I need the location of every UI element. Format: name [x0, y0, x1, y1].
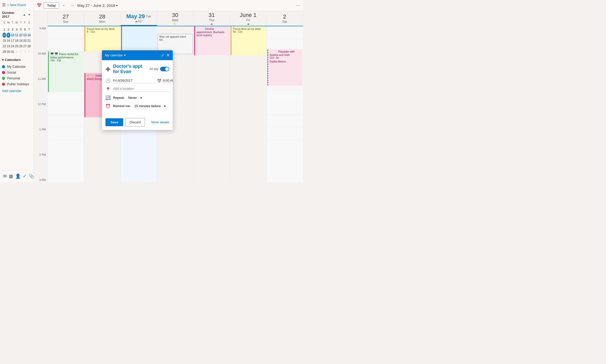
cal-day[interactable]: 10: [11, 33, 14, 38]
cal-day[interactable]: 2: [7, 27, 10, 32]
repeat-chevron-icon[interactable]: ▾: [140, 96, 142, 100]
day-column-sun[interactable]: 🎹 🎹 Piano recital for friday performance…: [48, 26, 84, 182]
time-12pm: 12 PM: [34, 102, 47, 115]
day-column-thu[interactable]: 🦷 🦷 Dentist appointment, Bucharts local …: [194, 26, 230, 182]
cal-day[interactable]: 22: [3, 44, 6, 49]
calendars-label: Calendars: [5, 58, 21, 62]
cal-day[interactable]: [27, 25, 31, 27]
calendars-header[interactable]: ▾ Calendars: [2, 58, 31, 62]
cal-day[interactable]: 9: [7, 33, 10, 38]
day-name-fri: Fri: [246, 18, 250, 22]
new-event-button[interactable]: + New Event: [7, 3, 26, 7]
mail-nav-icon[interactable]: ✉: [2, 172, 8, 180]
location-input[interactable]: [113, 87, 169, 92]
allday-toggle-switch[interactable]: [160, 67, 169, 71]
more-options-button[interactable]: ···: [296, 3, 300, 8]
cal-day[interactable]: [11, 25, 14, 27]
cal-day[interactable]: 3: [23, 49, 27, 54]
more-details-button[interactable]: More details: [151, 120, 169, 124]
cal-day[interactable]: 13: [23, 33, 27, 38]
day-num-sat: 2: [283, 13, 286, 20]
start-time-input[interactable]: [163, 79, 173, 83]
focus-fri-event[interactable]: Focus time at my desk 9a - 11a: [231, 26, 266, 55]
time-1030: [34, 64, 47, 77]
calendar-picker-icon[interactable]: 📅: [157, 79, 161, 83]
repeat-row[interactable]: 🔄 Repeat: Never ▾: [105, 95, 169, 100]
dentist-title: 🦷 🦷 Dentist appointment, Bucharts local …: [197, 27, 228, 37]
playdate-event[interactable]: 🦷 🦷 Playdate with Sophia and Kids 11a - …: [267, 49, 302, 86]
cal-day[interactable]: [15, 25, 18, 27]
cal-day[interactable]: 23: [7, 44, 10, 49]
cal-day[interactable]: 17: [11, 38, 14, 43]
remind-row[interactable]: ⏰ Remind me: 15 minutes before ▾: [105, 104, 169, 108]
cal-day[interactable]: 3: [11, 27, 14, 32]
dentist-event[interactable]: 🦷 🦷 Dentist appointment, Bucharts local …: [194, 26, 229, 55]
event-title-text[interactable]: Doctor's appt for Evan: [113, 64, 147, 74]
cal-day[interactable]: 29: [3, 49, 6, 54]
cal-day[interactable]: 4: [15, 27, 18, 32]
piano-event-time: 10a - 12p: [50, 59, 82, 62]
cal-day[interactable]: 2: [19, 49, 23, 54]
mini-cal-next[interactable]: ▼: [27, 12, 31, 17]
calendar-item-holidays[interactable]: Public holidays: [2, 81, 31, 87]
calendar-item-my[interactable]: My Calendar: [2, 64, 31, 70]
cal-day[interactable]: 11: [15, 33, 18, 38]
cal-day[interactable]: 1: [3, 27, 6, 32]
popup-expand-button[interactable]: ⤢: [161, 53, 164, 58]
day-column-sat[interactable]: 🦷 🦷 Playdate with Sophia and Kids 11a - …: [267, 26, 303, 182]
cal-day[interactable]: 15: [3, 38, 6, 43]
next-week-button[interactable]: →: [69, 2, 75, 9]
cal-day[interactable]: 5: [19, 27, 23, 32]
people-nav-icon[interactable]: 👤: [14, 172, 22, 180]
cal-day[interactable]: 31: [11, 49, 14, 54]
today-button[interactable]: Today: [44, 2, 59, 9]
save-button[interactable]: Save: [105, 118, 123, 126]
cal-day[interactable]: 8: [3, 33, 6, 38]
cal-day[interactable]: 7: [27, 27, 31, 32]
cal-day[interactable]: 21: [27, 38, 31, 43]
cal-day[interactable]: [23, 25, 27, 27]
day-column-fri[interactable]: Focus time at my desk 9a - 11a: [230, 26, 267, 182]
cal-day[interactable]: 25: [15, 44, 18, 49]
cal-day[interactable]: 27: [23, 44, 27, 49]
calendar-item-personal[interactable]: Personal: [2, 75, 31, 81]
prev-week-button[interactable]: ←: [61, 2, 67, 9]
tasks-nav-icon[interactable]: ✓: [22, 172, 28, 180]
cal-day[interactable]: 26: [19, 44, 23, 49]
cal-day[interactable]: [7, 25, 10, 27]
cal-day[interactable]: 18: [15, 38, 18, 43]
time-1130: [34, 89, 47, 102]
hour-line: [230, 102, 266, 115]
weekday-s2: S: [27, 20, 31, 25]
discard-button[interactable]: Discard: [125, 118, 145, 126]
remind-chevron-icon[interactable]: ▾: [164, 104, 166, 108]
date-range-display[interactable]: May 27 - June 2, 2018 ▾: [77, 3, 118, 8]
cal-day[interactable]: 20: [23, 38, 27, 43]
location-row: 📍: [105, 87, 169, 92]
date-input[interactable]: [113, 79, 156, 83]
cal-day[interactable]: 14: [27, 33, 31, 38]
cal-day[interactable]: 24: [11, 44, 14, 49]
cal-day[interactable]: 30: [7, 49, 10, 54]
popup-close-button[interactable]: ✕: [166, 53, 170, 58]
hamburger-icon[interactable]: ☰: [2, 3, 6, 7]
cal-day[interactable]: [19, 25, 23, 27]
cal-day[interactable]: 28: [27, 44, 31, 49]
mini-cal-prev[interactable]: ▲: [22, 12, 26, 17]
day-header-sat: 2 Sat: [267, 11, 303, 26]
cal-day[interactable]: [3, 25, 6, 27]
focus-mon-event[interactable]: Focus time at my desk 9 - 11a: [84, 26, 120, 52]
piano-event[interactable]: 🎹 🎹 Piano recital for friday performance…: [48, 52, 83, 92]
cal-day[interactable]: 19: [19, 38, 23, 43]
cal-day[interactable]: 12: [19, 33, 23, 38]
cal-day[interactable]: 6: [23, 27, 27, 32]
calendar-item-social[interactable]: Social: [2, 70, 31, 75]
calendar-nav-icon[interactable]: ▦: [8, 172, 14, 180]
calendar-selector[interactable]: My calendar ▾: [105, 53, 126, 57]
add-calendar-button[interactable]: Add calendar: [2, 88, 31, 94]
cal-day[interactable]: 16: [7, 38, 10, 43]
cal-day[interactable]: 1: [15, 49, 18, 54]
calendar-grid: 9 AM 10 AM 11 AM 12 PM 1 PM 2 PM 3 PM 4 …: [34, 11, 303, 182]
blue-tue-event[interactable]: [121, 26, 156, 52]
cal-day[interactable]: 4: [27, 49, 31, 54]
